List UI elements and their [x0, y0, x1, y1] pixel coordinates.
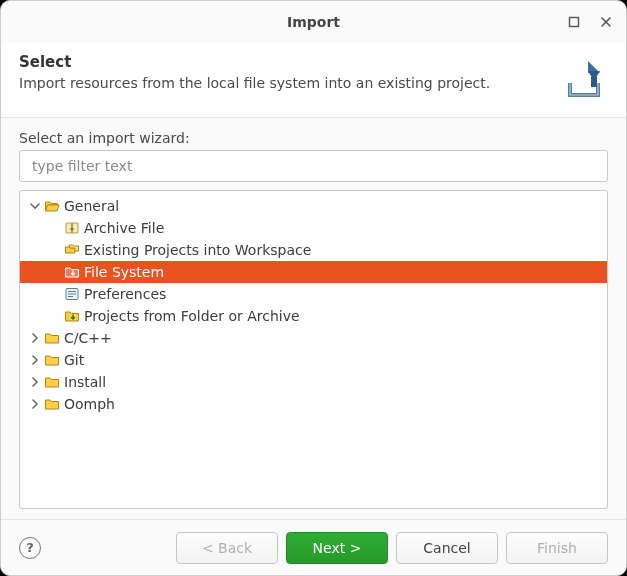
tree-row-label: Oomph — [64, 396, 115, 412]
folder-icon — [44, 330, 60, 346]
header-desc: Import resources from the local file sys… — [19, 75, 550, 91]
folder-icon — [44, 396, 60, 412]
close-button[interactable] — [592, 8, 620, 36]
content: Select an import wizard: General Archive… — [1, 118, 626, 519]
twisty-closed-icon[interactable] — [28, 375, 42, 389]
filesys-icon — [64, 308, 80, 324]
filesys-icon — [64, 264, 80, 280]
wizard-label: Select an import wizard: — [19, 130, 608, 146]
footer: ? < Back Next > Cancel Finish — [1, 519, 626, 575]
dialog-window: Import Select Import resources from the … — [0, 0, 627, 576]
tree-row[interactable]: Existing Projects into Workspace — [20, 239, 607, 261]
tree-row-label: Existing Projects into Workspace — [84, 242, 311, 258]
tree-row-label: Preferences — [84, 286, 166, 302]
tree-row-label: Archive File — [84, 220, 164, 236]
maximize-button[interactable] — [560, 8, 588, 36]
tree-row-label: Projects from Folder or Archive — [84, 308, 300, 324]
folder-open-icon — [44, 198, 60, 214]
twisty-open-icon[interactable] — [28, 199, 42, 213]
import-banner-icon — [560, 55, 608, 103]
twisty-none — [48, 243, 62, 257]
tree-row[interactable]: Install — [20, 371, 607, 393]
filter-field[interactable] — [19, 150, 608, 182]
filter-input[interactable] — [30, 157, 597, 175]
tree-row[interactable]: Archive File — [20, 217, 607, 239]
folder-icon — [44, 374, 60, 390]
tree-row[interactable]: Preferences — [20, 283, 607, 305]
tree-row-label: Install — [64, 374, 106, 390]
help-button[interactable]: ? — [19, 537, 41, 559]
prefs-icon — [64, 286, 80, 302]
tree-row[interactable]: C/C++ — [20, 327, 607, 349]
header-title: Select — [19, 53, 550, 71]
finish-button[interactable]: Finish — [506, 532, 608, 564]
tree-row[interactable]: Git — [20, 349, 607, 371]
back-button[interactable]: < Back — [176, 532, 278, 564]
svg-rect-0 — [570, 18, 579, 27]
twisty-none — [48, 221, 62, 235]
twisty-none — [48, 287, 62, 301]
archive-icon — [64, 220, 80, 236]
twisty-none — [48, 265, 62, 279]
svg-rect-1 — [591, 77, 597, 87]
tree-row[interactable]: General — [20, 195, 607, 217]
twisty-closed-icon[interactable] — [28, 353, 42, 367]
tree-row-label: Git — [64, 352, 84, 368]
window-title: Import — [287, 14, 340, 30]
wizard-tree[interactable]: General Archive File Existing Projects i… — [19, 190, 608, 509]
tree-row-label: C/C++ — [64, 330, 112, 346]
tree-row[interactable]: Projects from Folder or Archive — [20, 305, 607, 327]
header: Select Import resources from the local f… — [1, 43, 626, 118]
next-button[interactable]: Next > — [286, 532, 388, 564]
titlebar: Import — [1, 1, 626, 43]
tree-row-label: File System — [84, 264, 164, 280]
folder-icon — [44, 352, 60, 368]
svg-rect-4 — [71, 228, 74, 230]
cancel-button[interactable]: Cancel — [396, 532, 498, 564]
tree-row-label: General — [64, 198, 119, 214]
window-controls — [560, 1, 620, 43]
projects-icon — [64, 242, 80, 258]
twisty-closed-icon[interactable] — [28, 397, 42, 411]
tree-row[interactable]: Oomph — [20, 393, 607, 415]
tree-row[interactable]: File System — [20, 261, 607, 283]
twisty-closed-icon[interactable] — [28, 331, 42, 345]
twisty-none — [48, 309, 62, 323]
